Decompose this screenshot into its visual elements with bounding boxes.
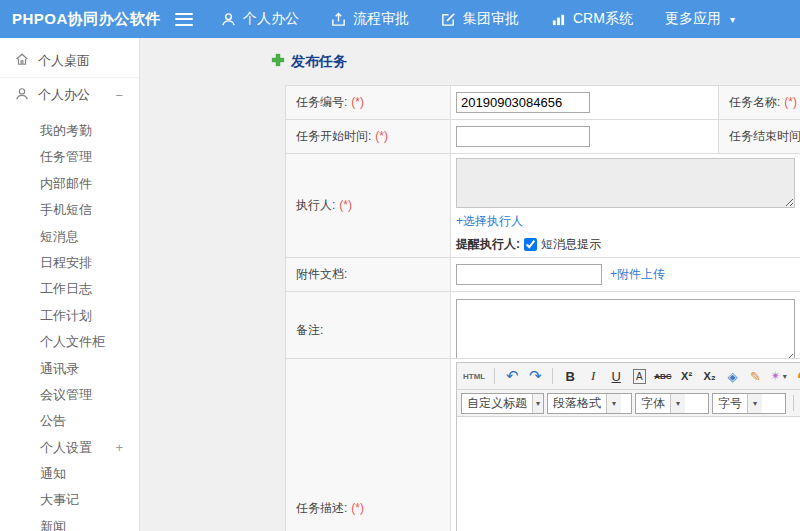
undo-icon[interactable]: ↶ bbox=[502, 366, 522, 386]
font-size-dropdown[interactable]: 字号▾ bbox=[712, 393, 786, 414]
crm-chart-icon bbox=[551, 12, 566, 27]
process-approval-icon bbox=[331, 12, 346, 27]
required-mark: (*) bbox=[375, 129, 388, 143]
start-time-input[interactable] bbox=[456, 126, 590, 147]
redo-icon[interactable]: ↷ bbox=[525, 366, 545, 386]
caret-down-icon: ▾ bbox=[747, 394, 762, 413]
sidebar-item-personal-office[interactable]: 个人办公 − bbox=[0, 78, 139, 112]
sms-remind-checkbox[interactable] bbox=[524, 238, 537, 251]
caret-down-icon: ▾ bbox=[670, 394, 685, 413]
subscript-icon[interactable]: X₂ bbox=[700, 366, 720, 386]
attachment-input[interactable] bbox=[456, 264, 602, 285]
sms-remind-label: 短消息提示 bbox=[541, 236, 601, 253]
editor-content-area[interactable] bbox=[457, 417, 800, 531]
sidebar-item-personal-desktop[interactable]: 个人桌面 bbox=[0, 44, 139, 78]
sidebar-item-short-message[interactable]: 短消息 bbox=[0, 224, 139, 250]
nav-group-approval[interactable]: 集团审批 bbox=[441, 10, 519, 28]
caret-down-icon: ▾ bbox=[606, 394, 621, 413]
page-header: 发布任务 bbox=[271, 53, 347, 71]
sidebar-item-mobile-sms[interactable]: 手机短信 bbox=[0, 197, 139, 223]
sidebar-item-internal-mail[interactable]: 内部邮件 bbox=[0, 171, 139, 197]
nav-personal-office[interactable]: 个人办公 bbox=[221, 10, 299, 28]
expand-plus-icon[interactable]: + bbox=[115, 435, 123, 461]
main-content: 发布任务 任务编号:(*) 任务名称:(*) 任务开始时间:(*) 任务结束时间… bbox=[141, 38, 800, 531]
home-icon bbox=[15, 52, 29, 69]
nav-crm-system[interactable]: CRM系统 bbox=[551, 10, 633, 28]
page-title: 发布任务 bbox=[291, 53, 347, 71]
sidebar-item-announcement[interactable]: 公告 bbox=[0, 408, 139, 434]
rich-text-editor: HTML ↶ ↷ B I U A ABC X² X₂ ◈ ✎ bbox=[456, 362, 800, 531]
blockquote-icon[interactable]: ❝ bbox=[792, 370, 800, 390]
remark-textarea[interactable] bbox=[456, 299, 795, 363]
required-mark: (*) bbox=[351, 95, 364, 109]
nav-more-apps[interactable]: 更多应用 ▾ bbox=[665, 10, 735, 28]
sidebar-item-personal-settings[interactable]: 个人设置+ bbox=[0, 435, 139, 461]
paragraph-format-dropdown[interactable]: 段落格式▾ bbox=[547, 393, 632, 414]
superscript-icon[interactable]: X² bbox=[677, 366, 697, 386]
sidebar-item-major-events[interactable]: 大事记 bbox=[0, 487, 139, 513]
remove-format-eraser-icon[interactable]: ◈ bbox=[723, 366, 743, 386]
font-family-dropdown[interactable]: 字体▾ bbox=[635, 393, 709, 414]
sidebar-item-task-management[interactable]: 任务管理 bbox=[0, 144, 139, 170]
top-menu: 个人办公 流程审批 集团审批 CRM系统 更多应用 ▾ bbox=[221, 10, 735, 28]
executor-label: 执行人:(*) bbox=[286, 154, 451, 258]
group-approval-icon bbox=[441, 12, 456, 27]
task-form-table: 任务编号:(*) 任务名称:(*) 任务开始时间:(*) 任务结束时间:(*) … bbox=[285, 85, 800, 370]
editor-toolbar-row-2: 自定义标题▾ 段落格式▾ 字体▾ 字号▾ bbox=[457, 390, 800, 417]
sidebar-item-schedule[interactable]: 日程安排 bbox=[0, 250, 139, 276]
task-desc-label: 任务描述:(*) bbox=[286, 359, 451, 531]
required-mark: (*) bbox=[351, 501, 364, 515]
attachment-upload-link[interactable]: +附件上传 bbox=[610, 266, 665, 283]
caret-down-icon: ▾ bbox=[783, 372, 787, 381]
italic-icon[interactable]: I bbox=[583, 366, 603, 386]
nav-process-approval[interactable]: 流程审批 bbox=[331, 10, 409, 28]
choose-executor-link[interactable]: +选择执行人 bbox=[456, 214, 523, 228]
caret-down-icon: ▾ bbox=[730, 14, 735, 25]
app-logo: PHPOA协同办公软件 bbox=[0, 10, 175, 29]
caret-down-icon: ▾ bbox=[532, 394, 543, 413]
sidebar-item-personal-file-cabinet[interactable]: 个人文件柜 bbox=[0, 329, 139, 355]
user-icon bbox=[15, 87, 29, 104]
sidebar-submenu: 我的考勤 任务管理 内部邮件 手机短信 短消息 日程安排 工作日志 工作计划 个… bbox=[0, 118, 139, 531]
hamburger-menu-icon[interactable] bbox=[175, 13, 193, 26]
task-no-label: 任务编号:(*) bbox=[286, 86, 451, 120]
required-mark: (*) bbox=[784, 95, 797, 109]
sidebar: 个人桌面 个人办公 − 我的考勤 任务管理 内部邮件 手机短信 短消息 日程安排… bbox=[0, 38, 140, 531]
format-brush-icon[interactable]: ✎ bbox=[746, 366, 766, 386]
task-name-label: 任务名称:(*) bbox=[719, 86, 800, 120]
underline-icon[interactable]: U bbox=[606, 366, 626, 386]
custom-title-dropdown[interactable]: 自定义标题▾ bbox=[461, 393, 544, 414]
strikethrough-icon[interactable]: ABC bbox=[652, 366, 673, 386]
start-time-label: 任务开始时间:(*) bbox=[286, 120, 451, 154]
sidebar-item-my-attendance[interactable]: 我的考勤 bbox=[0, 118, 139, 144]
collapse-minus-icon[interactable]: − bbox=[115, 88, 123, 103]
sidebar-item-work-log[interactable]: 工作日志 bbox=[0, 276, 139, 302]
html-source-icon[interactable]: HTML bbox=[461, 366, 487, 386]
editor-toolbar-row-1: HTML ↶ ↷ B I U A ABC X² X₂ ◈ ✎ bbox=[457, 363, 800, 390]
user-icon bbox=[221, 12, 236, 27]
add-plus-icon bbox=[271, 53, 285, 71]
bold-icon[interactable]: B bbox=[560, 366, 580, 386]
required-mark: (*) bbox=[339, 198, 352, 212]
task-description-table: 任务描述:(*) HTML ↶ ↷ B I U A ABC X² bbox=[285, 358, 800, 531]
sidebar-item-meeting-management[interactable]: 会议管理 bbox=[0, 382, 139, 408]
magic-wand-icon[interactable]: ✴ bbox=[771, 369, 781, 383]
sidebar-item-notification[interactable]: 通知 bbox=[0, 461, 139, 487]
sidebar-item-address-book[interactable]: 通讯录 bbox=[0, 356, 139, 382]
font-name-icon[interactable]: A bbox=[633, 369, 646, 384]
sidebar-item-news[interactable]: 新闻 bbox=[0, 514, 139, 531]
attachment-label: 附件文档: bbox=[286, 258, 451, 292]
sidebar-item-work-plan[interactable]: 工作计划 bbox=[0, 303, 139, 329]
remind-executor-label: 提醒执行人: bbox=[456, 236, 520, 253]
task-no-input[interactable] bbox=[456, 92, 590, 113]
end-time-label: 任务结束时间:(*) bbox=[719, 120, 800, 154]
executor-textarea[interactable] bbox=[456, 158, 795, 208]
top-navigation-bar: PHPOA协同办公软件 个人办公 流程审批 集团审批 CRM系统 bbox=[0, 0, 800, 38]
